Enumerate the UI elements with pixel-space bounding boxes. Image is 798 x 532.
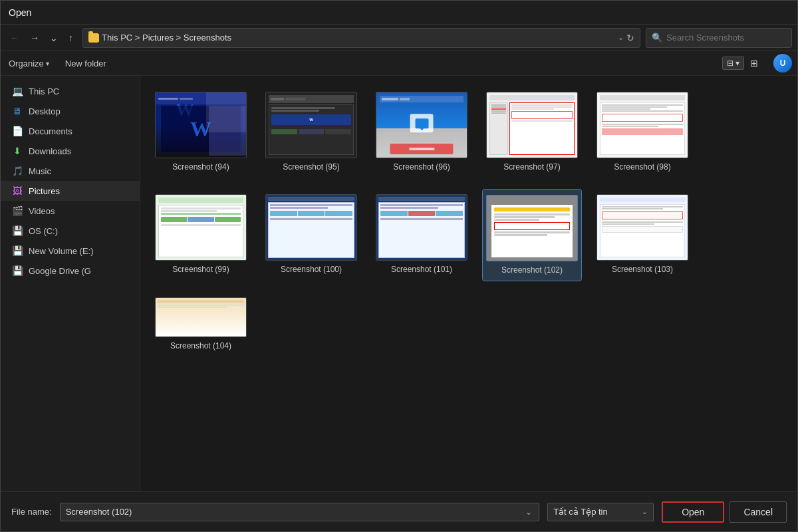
filetype-select[interactable]: Tất cả Tệp tin ⌄ bbox=[547, 503, 654, 521]
search-input[interactable] bbox=[666, 33, 786, 43]
thumbnail-99 bbox=[155, 194, 247, 261]
view-mode-icon: ⊟ bbox=[727, 59, 733, 68]
sidebar-item-newvol[interactable]: 💾 New Volume (E:) bbox=[1, 241, 140, 261]
thumbnail-96 bbox=[376, 92, 467, 158]
thumbnail-100 bbox=[265, 194, 357, 261]
new-folder-label: New folder bbox=[65, 59, 106, 68]
thumbnail-102 bbox=[486, 195, 578, 261]
back-button[interactable]: ← bbox=[6, 30, 23, 46]
file-item-101[interactable]: Screenshot (101) bbox=[372, 189, 471, 282]
file-item-97[interactable]: Screenshot (97) bbox=[482, 86, 582, 178]
thumbnail-97 bbox=[486, 92, 578, 158]
sidebar-item-desktop[interactable]: 🖥 Desktop bbox=[1, 101, 140, 121]
videos-icon: 🎬 bbox=[11, 205, 23, 217]
sidebar-item-documents[interactable]: 📄 Documents bbox=[1, 121, 140, 141]
sidebar-label-osc: OS (C:) bbox=[29, 226, 58, 236]
open-button[interactable]: Open bbox=[662, 501, 724, 523]
search-bar[interactable]: 🔍 bbox=[646, 28, 792, 48]
chevron-down-icon: ⌄ bbox=[525, 507, 532, 517]
sidebar-label-desktop: Desktop bbox=[29, 106, 61, 116]
file-label-97: Screenshot (97) bbox=[503, 162, 560, 173]
title-bar: Open bbox=[1, 1, 797, 25]
organize-menu[interactable]: Organize ▾ bbox=[6, 57, 52, 70]
menu-bar: Organize ▾ New folder ⊟ ▾ ⊞ U bbox=[1, 51, 797, 76]
up-icon: ↑ bbox=[68, 33, 73, 43]
filename-field-wrapper[interactable]: ⌄ bbox=[60, 503, 539, 521]
desktop-icon: 🖥 bbox=[11, 105, 23, 117]
history-dropdown-button[interactable]: ⌄ bbox=[46, 30, 62, 46]
file-label-101: Screenshot (101) bbox=[391, 265, 452, 275]
downloads-icon: ⬇ bbox=[11, 145, 23, 157]
file-grid: W Screenshot (94) bbox=[151, 86, 787, 357]
file-label-100: Screenshot (100) bbox=[281, 265, 342, 275]
refresh-icon[interactable]: ↻ bbox=[626, 33, 634, 43]
sidebar-item-downloads[interactable]: ⬇ Downloads bbox=[1, 141, 140, 161]
file-item-104[interactable]: Screenshot (104) bbox=[151, 292, 251, 357]
file-label-94: Screenshot (94) bbox=[172, 162, 229, 173]
new-folder-button[interactable]: New folder bbox=[63, 57, 109, 70]
organize-label: Organize bbox=[9, 59, 44, 68]
address-bar[interactable]: This PC > Pictures > Screenshots ⌄ ↻ bbox=[82, 28, 640, 48]
sidebar-label-thispc: This PC bbox=[29, 86, 59, 96]
sidebar-item-music[interactable]: 🎵 Music bbox=[1, 161, 140, 181]
sidebar-label-pictures: Pictures bbox=[29, 186, 60, 196]
sidebar-label-downloads: Downloads bbox=[29, 146, 71, 156]
search-icon: 🔍 bbox=[652, 33, 662, 43]
thumbnail-104 bbox=[155, 297, 247, 337]
file-label-102: Screenshot (102) bbox=[501, 265, 563, 276]
sidebar-item-osc[interactable]: 💾 OS (C:) bbox=[1, 221, 140, 241]
forward-icon: → bbox=[30, 33, 39, 43]
filename-dropdown-button[interactable]: ⌄ bbox=[524, 507, 533, 517]
pictures-icon: 🖼 bbox=[11, 185, 23, 197]
up-button[interactable]: ↑ bbox=[65, 30, 77, 46]
sidebar-item-gdrive[interactable]: 💾 Google Drive (G bbox=[1, 261, 140, 281]
file-label-99: Screenshot (99) bbox=[172, 265, 229, 275]
filetype-value: Tất cả Tệp tin bbox=[553, 507, 636, 517]
file-item-103[interactable]: Screenshot (103) bbox=[593, 189, 692, 282]
forward-button[interactable]: → bbox=[26, 30, 43, 46]
view-mode-arrow: ▾ bbox=[735, 59, 739, 68]
thumbnail-94: W bbox=[155, 92, 247, 158]
sidebar-label-documents: Documents bbox=[29, 126, 72, 136]
documents-icon: 📄 bbox=[11, 125, 23, 137]
address-dropdown-icon: ⌄ bbox=[618, 33, 624, 42]
filename-input[interactable] bbox=[66, 507, 519, 517]
toolbar: ← → ⌄ ↑ This PC > Pictures > Screenshots… bbox=[1, 25, 797, 51]
thumbnail-103 bbox=[597, 194, 688, 261]
thumbnail-98 bbox=[597, 92, 688, 158]
file-item-99[interactable]: Screenshot (99) bbox=[151, 189, 251, 282]
file-item-102[interactable]: Screenshot (102) bbox=[482, 189, 582, 282]
folder-icon bbox=[88, 33, 99, 43]
file-label-98: Screenshot (98) bbox=[614, 162, 670, 173]
thumbnail-101 bbox=[376, 194, 467, 261]
file-item-94[interactable]: W Screenshot (94) bbox=[151, 86, 251, 178]
organize-arrow: ▾ bbox=[46, 60, 49, 67]
view-toggle-button[interactable]: ⊞ bbox=[745, 56, 763, 70]
sidebar-item-thispc[interactable]: 💻 This PC bbox=[1, 81, 140, 101]
sidebar-label-videos: Videos bbox=[29, 206, 55, 216]
sidebar: 💻 This PC 🖥 Desktop 📄 Documents ⬇ Downlo… bbox=[1, 76, 140, 491]
file-item-95[interactable]: W Screenshot (95) bbox=[261, 86, 361, 178]
view-toggle-icon: ⊞ bbox=[750, 58, 758, 68]
cancel-button[interactable]: Cancel bbox=[730, 501, 787, 523]
filetype-arrow-icon: ⌄ bbox=[642, 507, 648, 516]
newvol-icon: 💾 bbox=[11, 245, 23, 257]
file-item-98[interactable]: Screenshot (98) bbox=[593, 86, 692, 178]
sidebar-label-newvol: New Volume (E:) bbox=[29, 246, 94, 256]
open-label: Open bbox=[682, 507, 704, 517]
sidebar-item-videos[interactable]: 🎬 Videos bbox=[1, 201, 140, 221]
gdrive-icon: 💾 bbox=[11, 265, 23, 277]
file-label-96: Screenshot (96) bbox=[393, 162, 450, 173]
main-area: 💻 This PC 🖥 Desktop 📄 Documents ⬇ Downlo… bbox=[1, 76, 797, 491]
user-avatar[interactable]: U bbox=[773, 54, 792, 72]
file-label-103: Screenshot (103) bbox=[612, 265, 673, 275]
action-buttons: Open Cancel bbox=[662, 501, 787, 523]
view-mode-button[interactable]: ⊟ ▾ bbox=[722, 57, 744, 70]
sidebar-item-pictures[interactable]: 🖼 Pictures bbox=[1, 181, 140, 201]
file-item-100[interactable]: Screenshot (100) bbox=[261, 189, 361, 282]
music-icon: 🎵 bbox=[11, 165, 23, 177]
chevron-down-icon: ⌄ bbox=[50, 33, 58, 43]
thumbnail-95: W bbox=[265, 92, 357, 158]
file-item-96[interactable]: Screenshot (96) bbox=[372, 86, 471, 178]
back-icon: ← bbox=[10, 33, 19, 43]
